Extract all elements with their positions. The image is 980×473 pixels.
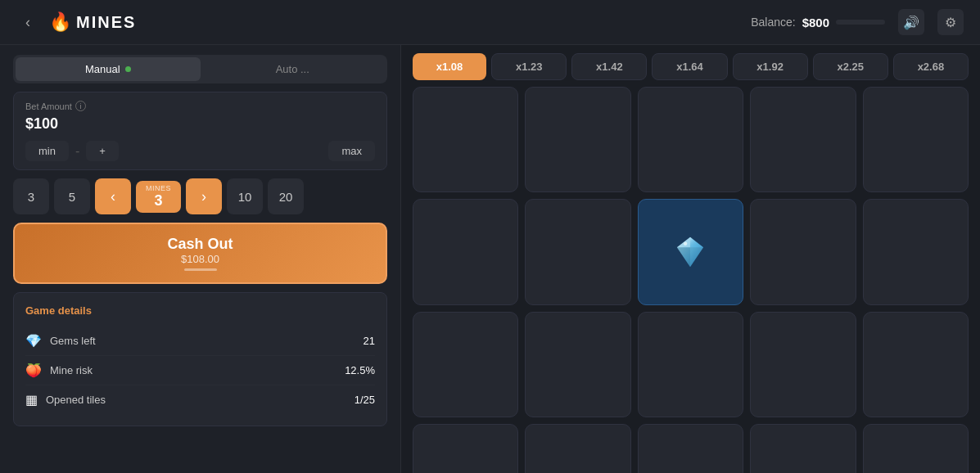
multiplier-btn-5[interactable]: x2.25	[813, 53, 888, 80]
bet-value: $100	[25, 115, 375, 133]
grid-cell-0-0[interactable]	[413, 87, 518, 192]
balance-section: Balance: $800	[751, 16, 885, 29]
detail-gems-left: 💎 Gems left	[25, 333, 96, 349]
gems-label: Gems left	[50, 335, 96, 347]
bet-max-button[interactable]: max	[328, 141, 375, 161]
tab-manual-label: Manual	[85, 63, 120, 75]
diamond-gem-icon	[672, 234, 708, 270]
header-left: ‹ 🔥 MINES	[16, 11, 136, 34]
main-content: Manual Auto ... Bet Amount i $100 min - …	[0, 45, 980, 473]
svg-marker-4	[690, 247, 703, 267]
bet-label: Bet Amount i	[25, 101, 375, 111]
grid-cell-3-3[interactable]	[750, 424, 856, 473]
back-button[interactable]: ‹	[16, 11, 39, 34]
mines-prev-button[interactable]: ‹	[95, 178, 131, 214]
multiplier-btn-2[interactable]: x1.42	[571, 53, 647, 80]
grid-cell-1-4[interactable]	[863, 199, 969, 304]
right-panel: x1.08 x1.23 x1.42 x1.64 x1.92 x2.25 x2.6…	[401, 45, 980, 473]
mines-quick-10[interactable]: 10	[227, 178, 263, 214]
cashout-button[interactable]: Cash Out $108.00	[13, 223, 387, 284]
tab-manual[interactable]: Manual	[16, 57, 201, 81]
grid-cell-2-1[interactable]	[525, 312, 630, 417]
grid-cell-2-4[interactable]	[863, 312, 969, 417]
detail-row-opened: ▦ Opened tiles 1/25	[25, 385, 375, 414]
bet-section: Bet Amount i $100 min - + max	[13, 92, 387, 170]
mine-risk-icon: 🍑	[25, 363, 42, 378]
grid-cell-3-4[interactable]	[863, 424, 969, 473]
mines-control: Mines 3	[136, 181, 181, 213]
game-details-title: Game details	[25, 304, 375, 317]
multiplier-btn-0[interactable]: x1.08	[413, 53, 486, 80]
header-right: Balance: $800 🔊 ⚙	[751, 9, 964, 35]
svg-marker-3	[677, 247, 690, 267]
tab-bar: Manual Auto ...	[13, 55, 387, 83]
gems-value: 21	[364, 335, 375, 347]
grid-cell-1-2[interactable]	[638, 199, 743, 304]
cashout-bar	[184, 268, 217, 271]
bet-min-button[interactable]: min	[25, 141, 69, 161]
multiplier-btn-1[interactable]: x1.23	[491, 53, 567, 80]
grid-cell-0-3[interactable]	[750, 87, 856, 192]
grid-cell-1-0[interactable]	[413, 199, 518, 304]
bet-plus-button[interactable]: +	[86, 141, 119, 161]
gems-icon: 💎	[25, 333, 42, 349]
mines-quick-5[interactable]: 5	[54, 178, 90, 214]
app-container: ‹ 🔥 MINES Balance: $800 🔊 ⚙ Manual	[0, 0, 980, 473]
multiplier-btn-4[interactable]: x1.92	[733, 53, 808, 80]
grid-cell-3-2[interactable]	[638, 424, 743, 473]
sound-button[interactable]: 🔊	[898, 9, 924, 35]
grid-cell-2-2[interactable]	[638, 312, 743, 417]
grid-cell-0-4[interactable]	[863, 87, 969, 192]
left-panel: Manual Auto ... Bet Amount i $100 min - …	[0, 45, 401, 473]
mine-risk-value: 12.5%	[345, 364, 375, 376]
bet-separator: -	[75, 144, 79, 159]
cashout-sub-label: $108.00	[26, 253, 374, 265]
bet-controls: min - + max	[25, 141, 375, 161]
grid-cell-0-2[interactable]	[638, 87, 743, 192]
manual-dot	[125, 66, 131, 72]
opened-label: Opened tiles	[46, 394, 106, 406]
detail-opened-left: ▦ Opened tiles	[25, 392, 106, 408]
mines-quick-20[interactable]: 20	[268, 178, 304, 214]
grid-cell-2-0[interactable]	[413, 312, 518, 417]
logo-text: MINES	[76, 13, 136, 32]
mines-next-button[interactable]: ›	[186, 178, 222, 214]
svg-marker-2	[677, 237, 690, 247]
balance-label: Balance:	[751, 16, 795, 29]
mines-section: 3 5 ‹ Mines 3 › 10 20	[13, 178, 387, 214]
balance-bar	[836, 20, 885, 25]
opened-value: 1/25	[355, 394, 375, 406]
settings-button[interactable]: ⚙	[937, 9, 964, 35]
svg-marker-1	[690, 237, 703, 247]
grid-cell-1-1[interactable]	[525, 199, 630, 304]
header: ‹ 🔥 MINES Balance: $800 🔊 ⚙	[0, 0, 980, 45]
tab-auto[interactable]: Auto ...	[201, 57, 386, 81]
multiplier-btn-6[interactable]: x2.68	[893, 53, 969, 80]
multiplier-bar: x1.08 x1.23 x1.42 x1.64 x1.92 x2.25 x2.6…	[413, 53, 969, 80]
game-details: Game details 💎 Gems left 21 🍑 Mine risk …	[13, 292, 387, 426]
detail-row-mine-risk: 🍑 Mine risk 12.5%	[25, 356, 375, 385]
detail-row-gems: 💎 Gems left 21	[25, 327, 375, 356]
logo: 🔥 MINES	[49, 11, 136, 33]
grid-cell-0-1[interactable]	[525, 87, 630, 192]
opened-icon: ▦	[25, 392, 38, 408]
mines-label: Mines	[146, 184, 171, 192]
mines-value: 3	[155, 192, 163, 209]
mine-risk-label: Mine risk	[50, 364, 93, 376]
game-grid	[413, 87, 969, 473]
multiplier-btn-3[interactable]: x1.64	[652, 53, 727, 80]
grid-cell-3-0[interactable]	[413, 424, 518, 473]
tab-auto-label: Auto ...	[276, 63, 309, 75]
logo-icon: 🔥	[49, 11, 71, 33]
grid-cell-3-1[interactable]	[525, 424, 630, 473]
grid-cell-2-3[interactable]	[750, 312, 856, 417]
bet-info-icon: i	[75, 101, 86, 111]
balance-value: $800	[802, 16, 829, 29]
cashout-main-label: Cash Out	[26, 236, 374, 253]
grid-cell-1-3[interactable]	[750, 199, 856, 304]
mines-quick-3[interactable]: 3	[13, 178, 49, 214]
svg-point-5	[684, 242, 687, 246]
detail-mine-risk-left: 🍑 Mine risk	[25, 363, 93, 378]
